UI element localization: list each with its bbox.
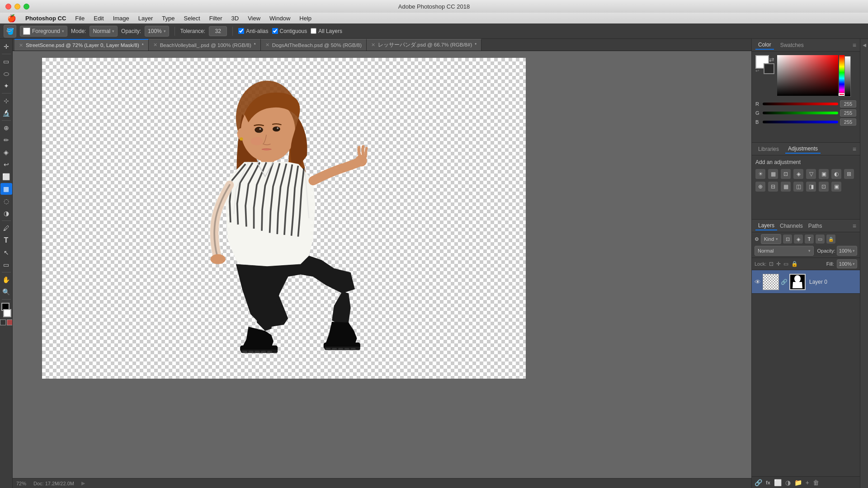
quick-mask-btn[interactable] [7,319,13,325]
adj-channel-mixer-icon[interactable]: ⊟ [768,182,778,192]
magic-wand-tool[interactable]: ✦ [0,80,12,92]
kind-filter-text-icon[interactable]: T [805,235,814,244]
minimize-button[interactable] [14,4,20,9]
close-button[interactable] [5,4,11,9]
tab-beachvolleyball-close[interactable]: ✕ [153,42,157,48]
stamp-tool[interactable]: ◈ [0,146,12,158]
healing-tool[interactable]: ⊕ [0,122,12,134]
layer-fx-btn[interactable]: fx [766,480,770,485]
kind-filter-smart-icon[interactable]: 🔒 [826,235,835,244]
tab-libraries[interactable]: Libraries [755,145,782,153]
hand-tool[interactable]: ✋ [0,274,12,286]
background-color-swatch[interactable] [764,63,774,74]
standard-mode-btn[interactable] [0,319,6,325]
kind-dropdown[interactable]: Kind ▾ [761,234,781,244]
maximize-button[interactable] [24,4,29,9]
menu-layer[interactable]: Layer [135,14,157,23]
menu-file[interactable]: File [71,14,88,23]
kind-filter-adj-icon[interactable]: ◈ [794,235,803,244]
tab-adjustments[interactable]: Adjustments [785,145,821,154]
menu-photoshop[interactable]: Photoshop CC [22,14,70,23]
adj-vibrance-icon[interactable]: ▽ [806,169,816,179]
color-panel-menu[interactable]: ≡ [853,42,856,49]
g-value-input[interactable] [840,109,856,117]
adj-levels-icon[interactable]: ▦ [768,169,778,179]
move-tool[interactable]: ✛ [0,41,12,52]
layer-group-btn[interactable]: 📁 [794,479,802,486]
tab-streetscene-close[interactable]: ✕ [19,42,23,48]
adj-posterize-icon[interactable]: ◨ [806,182,816,192]
lock-px-icon[interactable]: ⊡ [769,261,774,267]
canvas-area[interactable] [13,51,751,478]
adj-gradient-map-icon[interactable]: ▣ [831,182,841,192]
contiguous-checkbox-label[interactable]: Contiguous [272,28,307,34]
panel-collapse-icon[interactable]: ▶ [862,43,867,48]
layer-mask-btn[interactable]: ⬜ [774,479,782,486]
pen-tool[interactable]: 🖊 [0,222,12,234]
tab-lesserpanda[interactable]: ✕ レッサーパンダ.psd @ 66.7% (RGB/8#) * [367,39,481,51]
mode-dropdown[interactable]: Normal ▾ [90,26,118,37]
marquee-tool[interactable]: ▭ [0,56,12,67]
hue-bar[interactable] [839,55,844,96]
reset-colors-icon[interactable]: ↩ [755,68,759,73]
adj-hsl-icon[interactable]: ▣ [819,169,829,179]
tab-streetscene[interactable]: ✕ StreetScene.psd @ 72% (Layer 0, Layer … [14,39,149,51]
dodge-tool[interactable]: ◑ [0,207,12,219]
contiguous-checkbox[interactable] [272,28,278,34]
tab-paths[interactable]: Paths [806,222,825,230]
antialias-checkbox-label[interactable]: Anti-alias [238,28,268,34]
layers-panel-menu[interactable]: ≡ [853,222,856,230]
adj-invert-icon[interactable]: ◫ [793,182,803,192]
layer-item-0[interactable]: 👁 🔗 [752,270,860,294]
tab-lesserpanda-close[interactable]: ✕ [371,42,375,48]
tool-preset-picker[interactable]: 🪣 [4,25,16,38]
adj-photo-filter-icon[interactable]: ⊕ [755,182,765,192]
layer-delete-btn[interactable]: 🗑 [813,479,819,486]
foreground-dropdown[interactable]: Foreground ▾ [20,26,67,37]
antialias-checkbox[interactable] [238,28,244,34]
opacity-dropdown[interactable]: 100% ▾ [145,26,169,37]
lock-position-icon[interactable]: ✛ [776,261,781,267]
shape-tool[interactable]: ▭ [0,259,12,271]
layer-link-btn[interactable]: 🔗 [755,479,762,486]
tab-dogsatbeach[interactable]: ✕ DogsAtTheBeach.psd @ 50% (RGB/8) [261,39,367,51]
kind-filter-px-icon[interactable]: ⊡ [783,235,792,244]
blur-tool[interactable]: ◌ [0,195,12,207]
path-selection-tool[interactable]: ↖ [0,247,12,258]
tab-channels[interactable]: Channels [777,222,806,230]
layer-new-btn[interactable]: + [806,479,809,486]
color-picker-area[interactable] [777,55,856,96]
apple-menu[interactable]: 🍎 [4,13,20,23]
adj-threshold-icon[interactable]: ⊡ [819,182,829,192]
menu-type[interactable]: Type [158,14,178,23]
menu-3d[interactable]: 3D [228,14,243,23]
menu-view[interactable]: View [244,14,264,23]
tab-dogsatbeach-close[interactable]: ✕ [265,42,269,48]
menu-filter[interactable]: Filter [206,14,226,23]
eraser-tool[interactable]: ⬜ [0,171,12,183]
adj-color-lookup-icon[interactable]: ▦ [781,182,791,192]
lib-adj-panel-menu[interactable]: ≡ [853,145,856,153]
zoom-tool[interactable]: 🔍 [0,286,12,298]
adj-exposure-icon[interactable]: ◈ [793,169,803,179]
brush-tool[interactable]: ✏ [0,134,12,146]
all-layers-checkbox[interactable] [311,28,316,34]
r-value-input[interactable] [840,100,856,108]
lasso-tool[interactable]: ⬭ [0,68,12,80]
text-tool[interactable]: T [0,235,12,246]
menu-edit[interactable]: Edit [90,14,107,23]
background-swatch[interactable] [3,309,11,317]
menu-help[interactable]: Help [296,14,315,23]
tab-layers[interactable]: Layers [755,221,777,230]
opacity-value-control[interactable]: 100% ▾ [837,246,857,256]
menu-select[interactable]: Select [180,14,203,23]
layer-link-icon[interactable]: 🔗 [781,279,788,285]
adj-color-balance-icon[interactable]: ◐ [831,169,841,179]
menu-window[interactable]: Window [266,14,294,23]
tab-beachvolleyball[interactable]: ✕ BeachVolleyball_.psd @ 100% (RGB/8) * [149,39,261,51]
swap-colors-icon[interactable]: ⇄ [769,56,774,63]
history-brush-tool[interactable]: ↩ [0,159,12,170]
adj-bw-icon[interactable]: ⊞ [844,169,854,179]
fill-value-control[interactable]: 100% ▾ [837,259,857,268]
opacity-bar[interactable] [844,56,851,97]
